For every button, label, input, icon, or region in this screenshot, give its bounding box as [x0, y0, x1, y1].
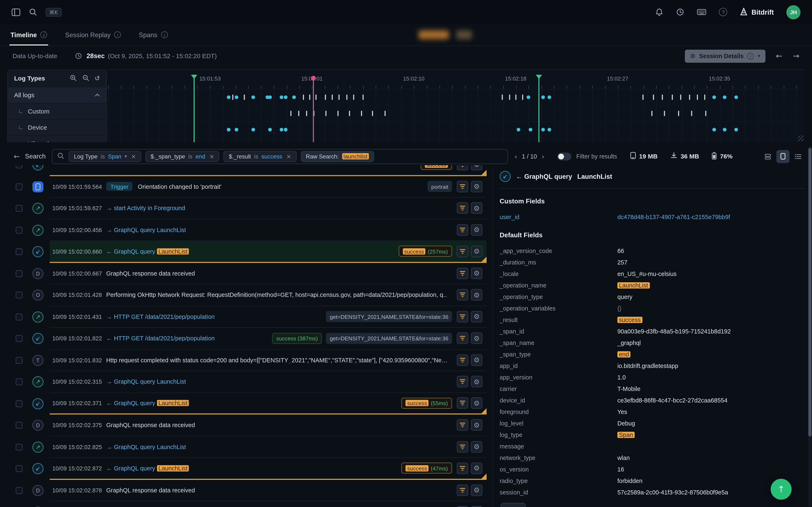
timeline-event-tick[interactable] — [515, 95, 516, 100]
tab-timeline[interactable]: Timeline i — [10, 24, 47, 46]
timeline-event-tick[interactable] — [385, 111, 386, 116]
settings-action-button[interactable]: ⚙ — [471, 165, 483, 170]
timeline-event-tick[interactable] — [664, 111, 665, 116]
settings-action-button[interactable]: ⚙ — [471, 311, 483, 322]
timeline-event-tick[interactable] — [502, 95, 503, 100]
timeline-event-tick[interactable] — [303, 95, 304, 100]
timeline-event-tick[interactable] — [339, 95, 340, 100]
search-input[interactable]: Log Type is Span ▾ × $._span_type is end… — [52, 149, 508, 164]
timeline-event-tick[interactable] — [704, 95, 706, 100]
scrollbar-thumb[interactable] — [808, 148, 812, 437]
timeline-event-dot[interactable] — [284, 95, 287, 99]
timeline-event-dot[interactable] — [252, 128, 255, 131]
settings-action-button[interactable]: ⚙ — [471, 397, 483, 409]
log-row[interactable]: 10/09 15:01:59.564TriggerOrientation cha… — [0, 176, 487, 198]
timeline-event-tick[interactable] — [509, 95, 510, 100]
row-checkbox[interactable] — [16, 422, 22, 429]
timeline-event-tick[interactable] — [337, 111, 338, 116]
sidebar-toggle-icon[interactable] — [11, 8, 20, 16]
session-end-marker[interactable] — [538, 75, 539, 143]
timeline-event-dot[interactable] — [528, 128, 532, 131]
timeline-event-dot[interactable] — [252, 95, 255, 99]
timeline-event-dot[interactable] — [280, 95, 283, 99]
row-checkbox[interactable] — [16, 248, 22, 255]
timeline-event-tick[interactable] — [697, 95, 698, 100]
next-session-arrow[interactable]: → — [793, 51, 800, 61]
timeline-event-tick[interactable] — [689, 95, 690, 100]
filter-action-button[interactable] — [457, 441, 468, 452]
reset-zoom-icon[interactable]: ↺ — [95, 75, 100, 82]
timeline-event-tick[interactable] — [691, 111, 692, 116]
row-checkbox[interactable] — [16, 335, 22, 342]
filter-chip-result[interactable]: $._result is success × — [224, 151, 297, 162]
timeline-event-tick[interactable] — [324, 95, 325, 100]
settings-action-button[interactable]: ⚙ — [471, 333, 483, 344]
settings-action-button[interactable]: ⚙ — [471, 376, 483, 387]
timeline-event-tick[interactable] — [325, 111, 326, 116]
settings-action-button[interactable]: ⚙ — [471, 245, 483, 257]
row-checkbox[interactable] — [16, 270, 22, 277]
settings-action-button[interactable]: ⚙ — [471, 181, 483, 192]
filter-chip-span-type[interactable]: $._span_type is end × — [145, 151, 219, 162]
log-row[interactable]: ↙10/09 15:02:02.872← GraphQL query Launc… — [0, 458, 487, 480]
timeline-event-dot[interactable] — [280, 128, 283, 131]
log-row[interactable]: O10/09 15:02:03.470Performing OkHttp Net… — [0, 501, 487, 507]
timeline-event-tick[interactable] — [705, 111, 706, 116]
log-row[interactable]: ↗10/09 15:01:59.627→ start Activity in F… — [0, 198, 487, 219]
log-row[interactable]: ↙10/09 15:02:00.660← GraphQL query Launc… — [0, 241, 487, 263]
chevron-up-icon[interactable] — [95, 94, 100, 97]
scroll-to-top-button[interactable]: ↑ — [771, 479, 792, 500]
search-icon[interactable] — [29, 8, 37, 16]
filter-action-button[interactable] — [457, 376, 468, 387]
timeline-event-tick[interactable] — [372, 111, 373, 116]
chevron-down-icon[interactable]: ▾ — [124, 154, 127, 159]
timeline-event-dot[interactable] — [268, 95, 272, 99]
timeline-event-dot[interactable] — [517, 128, 520, 131]
timeline-event-tick[interactable] — [678, 111, 679, 116]
timeline-event-tick[interactable] — [362, 95, 363, 100]
back-arrow[interactable]: ← — [14, 152, 20, 161]
filter-chip-log-type[interactable]: Log Type is Span ▾ × — [69, 151, 141, 162]
timeline-event-tick[interactable] — [662, 95, 663, 100]
settings-action-button[interactable]: ⚙ — [471, 485, 483, 496]
timeline-event-tick[interactable] — [309, 95, 310, 100]
filter-action-button[interactable] — [457, 267, 468, 279]
clipped-button[interactable] — [501, 503, 526, 507]
timeline-event-dot[interactable] — [723, 95, 726, 99]
timeline-event-dot[interactable] — [235, 95, 239, 99]
filter-action-button[interactable] — [457, 245, 468, 257]
timeline-event-tick[interactable] — [353, 95, 354, 100]
row-checkbox[interactable] — [16, 165, 22, 169]
log-row[interactable]: ↙success⚙ — [0, 165, 487, 176]
filter-action-button[interactable] — [457, 203, 468, 214]
timeline-event-tick[interactable] — [316, 95, 317, 100]
row-checkbox[interactable] — [16, 487, 22, 494]
timeline-event-tick[interactable] — [298, 111, 299, 116]
remove-filter-icon[interactable]: × — [286, 153, 291, 160]
row-checkbox[interactable] — [16, 357, 22, 364]
info-icon[interactable]: i — [114, 32, 121, 38]
timeline-event-tick[interactable] — [671, 95, 673, 100]
filter-by-results-toggle[interactable] — [557, 153, 571, 160]
row-checkbox[interactable] — [16, 227, 22, 233]
row-checkbox[interactable] — [16, 292, 22, 299]
timeline-event-dot[interactable] — [548, 128, 551, 131]
row-checkbox[interactable] — [16, 205, 22, 212]
settings-action-button[interactable]: ⚙ — [471, 224, 483, 236]
log-type-lifecycle[interactable]: ∟ Lifecycle — [8, 135, 106, 143]
settings-action-button[interactable]: ⚙ — [471, 203, 483, 214]
row-checkbox[interactable] — [16, 183, 22, 190]
log-row[interactable]: ↗10/09 15:02:02.825→ GraphQL query Launc… — [0, 436, 487, 458]
raw-search-chip[interactable]: Raw Search: launchlist — [301, 151, 374, 162]
log-row[interactable]: ↗10/09 15:02:00.456→ GraphQL query Launc… — [0, 219, 487, 241]
settings-action-button[interactable]: ⚙ — [471, 267, 483, 279]
info-icon[interactable]: i — [161, 32, 168, 38]
settings-action-button[interactable]: ⚙ — [471, 506, 483, 507]
filter-action-button[interactable] — [457, 181, 468, 192]
log-row[interactable]: D10/09 15:02:02.375GraphQL response data… — [0, 414, 487, 436]
log-type-device[interactable]: ∟ Device — [8, 119, 106, 135]
zoom-in-icon[interactable] — [69, 74, 77, 83]
remove-filter-icon[interactable]: × — [131, 153, 136, 160]
row-checkbox[interactable] — [16, 379, 22, 386]
timeline-event-tick[interactable] — [291, 111, 292, 116]
